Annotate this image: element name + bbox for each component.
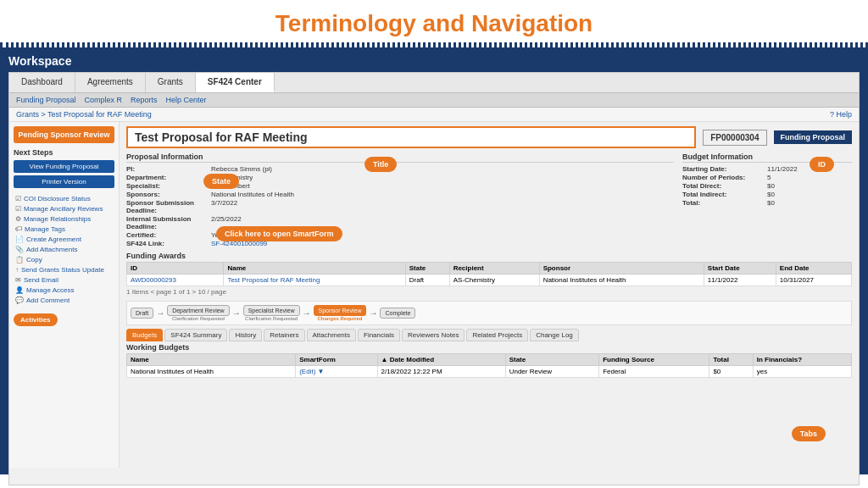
help-icon: ? Help [830,110,852,119]
field-total: Total: $0 [682,199,852,207]
tab-sf424-summary[interactable]: SF424 Summary [164,329,227,341]
award-recipient: AS-Chemistry [449,274,539,286]
field-starting-date: Starting Date: 11/1/2022 [682,165,852,173]
wb-name: National Institutes of Health [127,366,296,378]
wb-col-name: Name [127,354,296,366]
sidebar-item-ancillary[interactable]: ☑Manage Ancillary Reviews [14,204,114,214]
record-header: Test Proposal for RAF Meeting FP00000304… [126,126,852,148]
tab-related-projects[interactable]: Related Projects [466,329,528,341]
field-specialist: Specialist: Ana Lambert [126,182,674,190]
award-start: 11/1/2022 [704,274,776,286]
awards-row: AWD00000293 Test Proposal for RAF Meetin… [127,274,852,286]
awards-col-state: State [405,263,449,274]
wf-arrow-1: → [156,308,164,318]
wb-col-funding-source: Funding Source [599,354,709,366]
activities-badge[interactable]: Activities [14,313,58,326]
wf-arrow-4: → [369,308,377,318]
top-nav: Dashboard Agreements Grants SF424 Center [9,73,859,93]
sidebar-item-send-grants[interactable]: ↑Send Grants Status Update [14,265,114,274]
main-content: Workspace Dashboard Agreements Grants SF… [0,47,868,474]
breadcrumb-bar: Grants > Test Proposal for RAF Meeting ?… [9,108,859,122]
wf-arrow-2: → [232,308,241,318]
field-pi: PI: Rebecca Simms (pi) [126,165,674,173]
awards-col-sponsor: Sponsor [539,263,704,274]
wb-funding-source: Federal [599,366,709,378]
wb-row: National Institutes of Health (Edit) ▼ 2… [127,366,852,378]
wf-step-specialist: Specialist Review Clarification Requeste… [243,305,300,321]
field-certified: Certified: Yes [126,231,674,239]
sidebar-item-add-comment[interactable]: 💬Add Comment [14,296,114,305]
sidebar-item-create-agreement[interactable]: 📄Create Agreement [14,235,114,244]
main-panel: Test Proposal for RAF Meeting FP00000304… [120,122,859,468]
wf-step-sponsor: Sponsor Review Changes Required [314,305,367,321]
pending-sponsor-review-button[interactable]: Pending Sponsor Review [14,126,114,143]
tab-reviewers-notes[interactable]: Reviewers Notes [402,329,465,341]
workflow-container: Draft → Department Review Clarification … [126,301,852,325]
working-budgets-title: Working Budgets [126,343,852,352]
sidebar-item-relationships[interactable]: ⚙Manage Relationships [14,214,114,224]
next-steps-label: Next Steps [14,148,114,157]
wf-step-complete: Complete [380,308,415,319]
tab-history[interactable]: History [229,329,262,341]
field-sponsor-deadline: Sponsor Submission Deadline: 3/7/2022 [126,199,674,214]
view-funding-proposal-button[interactable]: View Funding Proposal [14,160,114,173]
tab-financials[interactable]: Financials [358,329,400,341]
wb-col-smartform: SmartForm [296,354,377,366]
pagination: 1 Items < page 1 of 1 > 10 / page [126,286,852,297]
tab-budgets[interactable]: Budgets [126,329,163,341]
budget-info-title: Budget Information [682,152,852,163]
tab-attachments[interactable]: Attachments [307,329,356,341]
subnav-complex-r[interactable]: Complex R [85,96,123,104]
subnav-reports[interactable]: Reports [131,96,158,104]
info-row: Proposal Information PI: Rebecca Simms (… [126,152,852,248]
sidebar-item-send-email[interactable]: ✉Send Email [14,275,114,285]
award-name[interactable]: Test Proposal for RAF Meeting [224,274,405,286]
printer-version-button[interactable]: Printer Version [14,175,114,188]
workspace-label: Workspace [8,54,860,68]
tab-agreements[interactable]: Agreements [75,73,146,92]
award-state: Draft [405,274,449,286]
subnav-help-center[interactable]: Help Center [166,96,207,104]
sidebar-item-coi[interactable]: ☑COI Disclosure Status [14,194,114,203]
award-sponsor: National Institutes of Health [539,274,704,286]
field-sf424: SF424 Link: SF-424001000099 [126,240,674,247]
field-num-periods: Number of Periods: 5 [682,174,852,181]
awards-section: Funding Awards ID Name State Recipient [126,252,852,297]
wb-col-financials: In Financials? [753,354,851,366]
wb-total: $0 [709,366,753,378]
content-area: Pending Sponsor Review Next Steps View F… [9,122,859,468]
tab-retainers[interactable]: Retainers [264,329,304,341]
wf-step-dept: Department Review Clarification Requeste… [167,305,229,321]
working-budgets-table: Name SmartForm ▲ Date Modified State Fun… [126,353,852,378]
field-internal-deadline: Internal Submission Deadline: 2/25/2022 [126,215,674,230]
wf-step-draft: Draft [131,308,153,319]
subnav-funding-proposal[interactable]: Funding Proposal [16,96,76,104]
proposal-info-section: Proposal Information PI: Rebecca Simms (… [126,152,674,248]
slide-wrapper: Terminology and Navigation Workspace Das… [0,0,868,488]
app-frame: Dashboard Agreements Grants SF424 Center… [8,72,860,485]
tab-change-log[interactable]: Change Log [530,329,579,341]
proposal-info-title: Proposal Information [126,152,674,163]
sidebar-item-copy[interactable]: 📋Copy [14,255,114,264]
awards-col-id: ID [127,263,224,274]
awards-col-end: End Date [776,263,851,274]
tab-dashboard[interactable]: Dashboard [9,73,75,92]
slide-header: Terminology and Navigation [0,0,868,45]
field-department: Department: AS-Chemistry [126,174,674,181]
award-id[interactable]: AWD00000293 [127,274,224,286]
wb-col-state: State [505,354,598,366]
tab-sf424[interactable]: SF424 Center [196,73,275,92]
sidebar-item-tags[interactable]: 🏷Manage Tags [14,225,114,234]
award-end: 10/31/2027 [776,274,851,286]
budget-info-section: Budget Information Starting Date: 11/1/2… [682,152,852,248]
wb-in-financials: yes [753,366,851,378]
field-sponsors: Sponsors: National Institutes of Health [126,191,674,198]
wb-col-total: Total [709,354,753,366]
sidebar-item-manage-access[interactable]: 👤Manage Access [14,286,114,295]
sidebar: Pending Sponsor Review Next Steps View F… [9,122,120,468]
tab-grants[interactable]: Grants [146,73,196,92]
awards-col-start: Start Date [704,263,776,274]
wb-smartform[interactable]: (Edit) ▼ [296,366,377,378]
bottom-tabs: Budgets SF424 Summary History Retainers … [126,329,852,341]
sidebar-item-add-attachments[interactable]: 📎Add Attachments [14,245,114,254]
